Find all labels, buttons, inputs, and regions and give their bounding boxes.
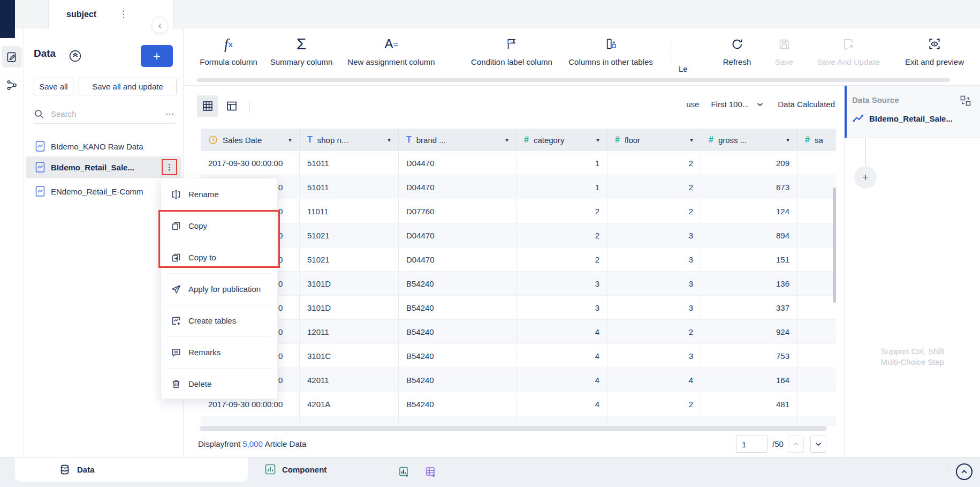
- column-header-floor[interactable]: # floor ▾: [607, 129, 701, 151]
- use-label: use: [686, 100, 699, 109]
- table-cell: 481: [701, 392, 797, 416]
- column-menu-caret[interactable]: ▾: [388, 136, 391, 144]
- new-assignment-column-button[interactable]: A= New assignment column: [347, 33, 435, 66]
- column-header-category[interactable]: # category ▾: [516, 129, 607, 151]
- menu-item-copy-to[interactable]: Copy to: [161, 242, 277, 273]
- rail-data-edit-button[interactable]: [2, 46, 22, 68]
- table-row[interactable]: 2017-09-30 00:00:0051021D0447023894: [201, 223, 836, 248]
- menu-item-create-tables[interactable]: Create tables: [161, 305, 277, 336]
- column-header-sa[interactable]: # sa: [797, 129, 836, 151]
- preview-eye-icon: [905, 33, 964, 55]
- column-menu-caret[interactable]: ▾: [288, 136, 292, 144]
- menu-item-label: Copy to: [188, 253, 216, 262]
- menu-divider: [168, 368, 272, 369]
- search-more-icon[interactable]: ⋯: [163, 107, 177, 121]
- collapse-all-icon[interactable]: [69, 49, 82, 63]
- column-header-brand[interactable]: T brand ... ▾: [399, 129, 516, 151]
- text-type-icon: T: [307, 135, 313, 145]
- table-row[interactable]: 2017-09-30 00:00:003101DB5424033337: [201, 296, 836, 320]
- table-vertical-scrollbar[interactable]: [833, 188, 836, 303]
- dataset-icon: [35, 140, 45, 152]
- add-dataset-button[interactable]: +: [141, 45, 173, 67]
- previous-page-button[interactable]: [788, 436, 804, 453]
- data-source-title: Data Source: [852, 95, 899, 104]
- menu-item-label: Delete: [188, 379, 211, 388]
- table-row[interactable]: 2017-09-30 00:00:0011011A0007051259: [201, 416, 836, 426]
- menu-item-rename[interactable]: Rename: [161, 178, 277, 210]
- row-count-text: Displayfront5,000Article Data: [198, 439, 306, 448]
- toolbar-scrollbar[interactable]: [196, 78, 950, 82]
- save-button[interactable]: Save: [775, 33, 793, 66]
- source-step-item[interactable]: BIdemo_Retail_Sale...: [852, 114, 975, 123]
- table-cell: [797, 248, 836, 272]
- next-page-button[interactable]: [810, 436, 826, 453]
- add-step-button[interactable]: +: [854, 166, 877, 189]
- add-chart-button[interactable]: [396, 464, 412, 480]
- table-row[interactable]: 2017-09-30 00:00:0051021D0447023151: [201, 248, 836, 272]
- tab-data[interactable]: Data: [15, 458, 248, 482]
- viewbar-separator: [249, 99, 250, 113]
- form-view-toggle[interactable]: [221, 95, 242, 117]
- menu-item-apply-for-publication[interactable]: Apply for publication: [161, 273, 277, 305]
- table-row[interactable]: 2017-09-30 00:00:0051011D0447012673: [201, 175, 836, 199]
- table-row[interactable]: 2017-09-30 00:00:003101DB5424033136: [201, 272, 836, 296]
- table-row[interactable]: 2017-09-30 00:00:0051011D0447012209: [201, 151, 836, 175]
- column-menu-caret[interactable]: ▾: [505, 136, 508, 144]
- menu-item-copy[interactable]: Copy: [161, 210, 277, 242]
- dataset-label: ENdemo_Retail_E-Comm: [51, 187, 143, 196]
- column-menu-caret[interactable]: ▾: [786, 136, 789, 144]
- grid-view-toggle[interactable]: [197, 95, 218, 117]
- table-row[interactable]: 2017-09-30 00:00:0012011B5424042924: [201, 320, 836, 344]
- tab-component[interactable]: Component: [264, 463, 326, 476]
- add-table-button[interactable]: [423, 464, 439, 480]
- column-menu-caret[interactable]: ▾: [596, 136, 599, 144]
- dataset-item-retail-sale[interactable]: BIdemo_Retail_Sale... ⋮: [26, 156, 181, 178]
- save-all-and-update-button[interactable]: Save all and update: [79, 78, 177, 95]
- subject-menu-icon[interactable]: ⋮: [119, 9, 128, 20]
- tab-component-label: Component: [282, 465, 326, 474]
- data-source-card: [845, 86, 980, 138]
- database-icon: [59, 464, 71, 476]
- formula-column-button[interactable]: fx Formula column: [200, 33, 257, 66]
- table-cell: 4: [607, 368, 701, 392]
- row-count-link[interactable]: 5,000: [242, 439, 263, 448]
- condition-label-column-button[interactable]: Condition label column: [471, 33, 552, 66]
- data-table: Sales Date ▾ T shop n... ▾ T brand ... ▾…: [201, 129, 836, 426]
- refresh-button[interactable]: Refresh: [723, 33, 751, 66]
- row-limit-select[interactable]: First 100...: [711, 100, 749, 109]
- page-number-input[interactable]: [736, 436, 768, 453]
- table-row[interactable]: 2017-09-30 00:00:0042011B5424044164: [201, 368, 836, 392]
- swap-source-icon[interactable]: [959, 94, 972, 107]
- columns-in-other-tables-button[interactable]: Columns in other tables: [568, 33, 653, 66]
- menu-item-delete[interactable]: Delete: [161, 368, 277, 400]
- table-horizontal-scrollbar[interactable]: [200, 426, 827, 431]
- table-cell: 136: [701, 272, 797, 296]
- collapse-panel-button[interactable]: ‹: [151, 17, 168, 34]
- exit-and-preview-button[interactable]: Exit and preview: [905, 33, 964, 66]
- search-input[interactable]: [51, 109, 163, 118]
- remarks-icon: [171, 347, 181, 358]
- dataset-item-kano[interactable]: BIdemo_KANO Raw Data: [26, 136, 181, 157]
- table-cell: 164: [701, 368, 797, 392]
- column-menu-caret[interactable]: ▾: [690, 136, 693, 144]
- column-header-gross[interactable]: # gross ... ▾: [701, 129, 797, 151]
- save-and-update-button[interactable]: Save And Update: [817, 33, 880, 66]
- column-header-sales-date[interactable]: Sales Date ▾: [201, 129, 300, 151]
- table-row[interactable]: 2017-09-30 00:00:0011011D0776022124: [201, 199, 836, 223]
- assignment-icon: A=: [347, 33, 435, 55]
- table-cell: 3: [607, 223, 701, 248]
- collapse-bottom-bar-button[interactable]: [956, 463, 973, 480]
- rail-relationship-button[interactable]: [2, 74, 22, 96]
- column-header-shop[interactable]: T shop n... ▾: [300, 129, 399, 151]
- table-cell: 51011: [300, 151, 399, 175]
- menu-item-remarks[interactable]: Remarks: [161, 336, 277, 368]
- form-view-icon: [225, 100, 238, 113]
- table-row[interactable]: 2017-09-30 00:00:003101CB5424043753: [201, 344, 836, 368]
- chevron-down-icon[interactable]: [756, 101, 764, 108]
- summary-column-button[interactable]: Σ Summary column: [270, 33, 333, 66]
- dataset-item-ecomm[interactable]: ENdemo_Retail_E-Comm: [26, 181, 181, 202]
- table-header-row: Sales Date ▾ T shop n... ▾ T brand ... ▾…: [201, 129, 836, 151]
- table-row[interactable]: 2017-09-30 00:00:004201AB5424042481: [201, 392, 836, 416]
- dataset-more-button[interactable]: ⋮: [162, 159, 177, 175]
- save-all-button[interactable]: Save all: [34, 78, 73, 95]
